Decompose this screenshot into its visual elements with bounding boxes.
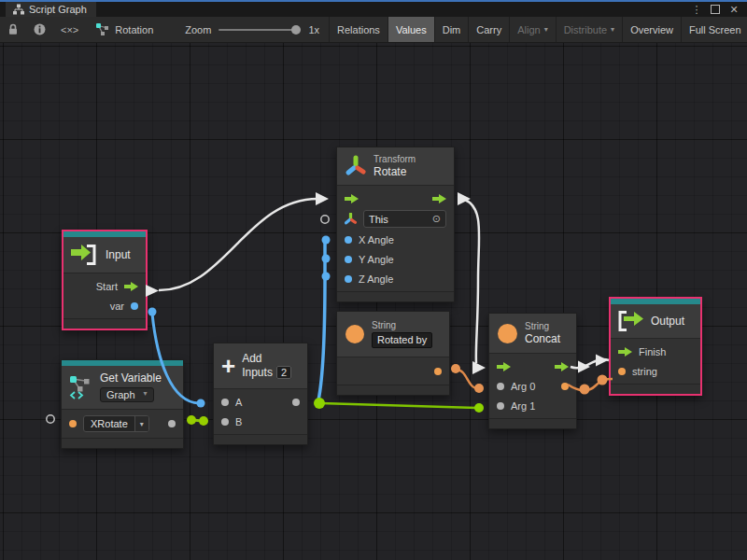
float-port-icon [345,236,352,244]
input-node[interactable]: Input Start var [62,230,148,330]
chevron-down-icon: ▾ [134,416,148,431]
dim-button[interactable]: Dim [435,17,469,42]
this-object-field[interactable]: This ⊙ [363,210,446,228]
port-row-string[interactable]: string [611,361,700,381]
string-icon [497,323,518,344]
port-label: B [235,416,242,427]
string-output-port-icon [561,383,569,390]
node-title: Concat [525,333,560,345]
port-row-var[interactable]: var [63,296,146,315]
align-dropdown[interactable]: Align ▾ [510,17,555,42]
port-row-z-angle[interactable]: Z Angle [337,269,454,288]
transform-icon-small [345,213,357,225]
breadcrumb[interactable]: Rotation [86,17,162,42]
tab-script-graph[interactable]: Script Graph [6,2,96,17]
window-controls: ⋮ ✕ [689,2,747,17]
string-port-icon [618,368,626,375]
value-port-icon [131,302,138,310]
graph-unit-icon [95,22,109,36]
overview-button[interactable]: Overview [623,17,681,42]
zoom-label: Zoom [185,24,211,35]
toolbar-right-buttons: Relations Values Dim Carry Align ▾ Distr… [329,17,747,42]
port-row-b[interactable]: B [214,412,307,431]
zoom-value: 1x [308,24,319,35]
info-button[interactable] [26,17,53,42]
code-icon: <×> [61,24,78,35]
port-label: A [235,397,242,408]
zoom-slider[interactable] [218,29,301,31]
port-row-start[interactable]: Start [63,276,146,296]
port-label: var [110,301,124,312]
port-label: Arg 0 [511,381,535,392]
code-view-button[interactable]: <×> [53,17,86,42]
port-row-y-angle[interactable]: Y Angle [337,249,454,269]
node-footer [337,291,454,301]
float-port-icon [345,275,352,283]
port-label: X Angle [359,234,394,245]
port-row-arg1[interactable]: Arg 1 [489,396,576,415]
flow-output-icon [124,282,138,291]
values-button[interactable]: Values [388,17,434,42]
port-row-x-angle[interactable]: X Angle [337,230,454,249]
sum-output-port-icon [292,399,300,406]
node-footer [214,434,307,444]
node-category: Transform [374,154,416,164]
close-icon[interactable]: ✕ [726,3,741,16]
variable-name-dropdown[interactable]: XRotate ▾ [83,415,149,432]
port-row-output[interactable] [337,360,449,382]
get-variable-icon [69,375,93,399]
flow-input-icon [345,194,359,203]
concat-node[interactable]: String Concat Arg 0 [488,313,577,429]
port-row-arg0[interactable]: Arg 0 [489,376,576,396]
port-row-a[interactable]: A [214,392,307,412]
add-node[interactable]: + Add Inputs2 A B [213,343,308,445]
string-port-icon [69,420,77,427]
flow-input-icon [497,362,511,371]
variable-scope-dropdown[interactable]: Graph ▾ [100,387,154,402]
lock-icon [7,23,19,35]
input-port-icon [221,399,229,406]
info-icon [34,23,46,35]
zoom-slider-handle[interactable] [291,25,301,35]
port-label: Finish [639,346,666,357]
port-row-variable-name[interactable]: XRotate ▾ [62,413,183,435]
fullscreen-button[interactable]: Full Screen [682,17,747,42]
node-title-line2: Inputs2 [242,367,291,379]
flow-output-icon [432,194,446,203]
flow-output-icon [555,362,569,371]
breadcrumb-label: Rotation [115,24,153,35]
graph-toolbar: <×> Rotation Zoom 1x Relations Values [0,17,747,43]
rotate-node[interactable]: Transform Rotate This [336,147,455,302]
get-variable-node[interactable]: Get Variable Graph ▾ XRotate ▾ [61,359,184,449]
flow-input-icon [618,347,632,357]
port-label: Z Angle [359,273,393,285]
add-icon: + [221,357,235,375]
input-count-field[interactable]: 2 [276,366,291,379]
chevron-down-icon: ▾ [144,390,148,399]
window-menu-icon[interactable]: ⋮ [689,3,704,16]
node-title: Output [651,315,684,328]
lock-button[interactable] [0,17,26,42]
string-literal-node[interactable]: String Rotated by [336,311,450,396]
port-label: string [632,366,657,377]
port-row-finish[interactable]: Finish [611,342,700,361]
input-port-icon [497,383,504,390]
node-footer [337,385,449,395]
transform-icon [345,155,367,177]
output-icon [618,311,644,331]
output-node[interactable]: Output Finish string [609,297,702,396]
port-row-flow[interactable] [337,189,454,208]
object-picker-icon[interactable]: ⊙ [432,213,441,225]
port-row-this[interactable]: This ⊙ [337,208,454,230]
port-label: Arg 1 [511,400,535,412]
input-port-icon [221,418,229,426]
carry-button[interactable]: Carry [469,17,509,42]
string-value-field[interactable]: Rotated by [372,332,432,348]
node-title-line1: Add [242,353,291,365]
maximize-icon[interactable] [708,3,723,16]
graph-icon [13,4,24,15]
port-row-flow[interactable] [489,357,576,376]
relations-button[interactable]: Relations [330,17,388,42]
unity-window: Script Graph ⋮ ✕ <×> [0,0,747,560]
distribute-dropdown[interactable]: Distribute ▾ [557,17,622,42]
